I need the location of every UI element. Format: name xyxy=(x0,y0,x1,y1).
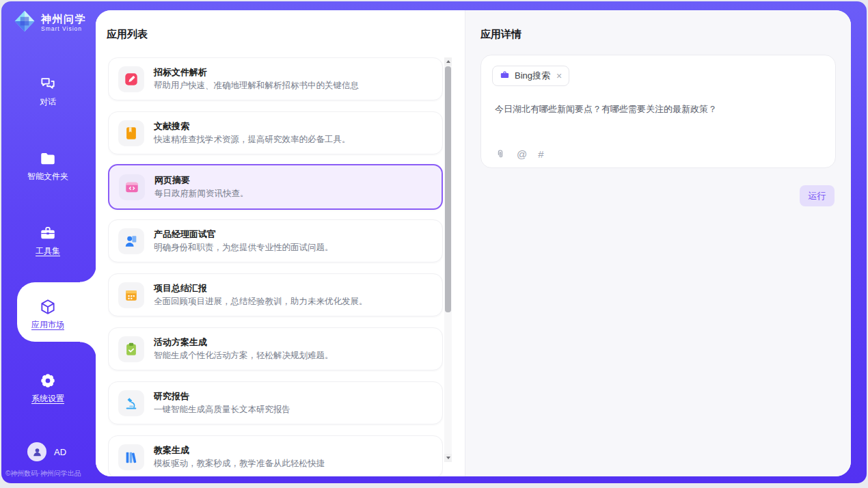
user-menu[interactable]: AD xyxy=(27,442,66,461)
user-name: AD xyxy=(54,447,66,457)
prompt-toolbar: @ # xyxy=(495,148,544,160)
folder-icon xyxy=(0,150,96,167)
calendar-icon xyxy=(118,282,144,308)
hash-icon[interactable]: # xyxy=(538,148,543,160)
active-tab-flare-bottom xyxy=(80,342,96,358)
content-panel: 应用列表 招标文件解析帮助用户快速、准确地理解和解析招标书中的关键信息文献搜索快… xyxy=(96,10,851,476)
app-card-title: 产品经理面试官 xyxy=(154,228,334,240)
scroll-down-button[interactable] xyxy=(444,454,452,462)
list-scrollbar[interactable] xyxy=(444,57,452,462)
app-card[interactable]: 研究报告一键智能生成高质量长文本研究报告 xyxy=(108,381,443,424)
app-card-title: 研究报告 xyxy=(154,390,290,402)
app-detail-panel: 应用详情 Bing搜索 × 今日湖北有哪些新闻要点？有哪些需要关注的最新政策？ … xyxy=(465,10,851,476)
clipboard-check-icon xyxy=(118,336,144,362)
sidebar-item-chat[interactable]: 对话 xyxy=(0,75,96,108)
active-tab-flare-top xyxy=(80,266,96,282)
sidebar-item-label: 工具集 xyxy=(0,245,96,257)
triangle-down-icon xyxy=(446,457,450,459)
mention-icon[interactable]: @ xyxy=(517,148,527,160)
toolbox-icon xyxy=(0,224,96,242)
app-detail-title: 应用详情 xyxy=(480,28,521,41)
app-card-text: 产品经理面试官明确身份和职责，为您提供专业性的面试问题。 xyxy=(154,228,334,254)
user-avatar-icon xyxy=(27,442,46,461)
brand-subtitle: Smart Vision xyxy=(41,25,86,32)
microscope-icon xyxy=(118,390,144,416)
prompt-text[interactable]: 今日湖北有哪些新闻要点？有哪些需要关注的最新政策？ xyxy=(495,103,822,116)
book-icon xyxy=(118,120,144,146)
app-card-text: 研究报告一键智能生成高质量长文本研究报告 xyxy=(154,390,290,416)
app-card-title: 文献搜索 xyxy=(154,120,351,132)
app-card-title: 教案生成 xyxy=(154,444,325,456)
run-button[interactable]: 运行 xyxy=(800,185,835,206)
app-card-text: 招标文件解析帮助用户快速、准确地理解和解析招标书中的关键信息 xyxy=(154,66,359,92)
app-card-desc: 快速精准查找学术资源，提高研究效率的必备工具。 xyxy=(154,134,351,146)
app-list-title: 应用列表 xyxy=(107,28,148,41)
app-card-text: 教案生成模板驱动，教案秒成，教学准备从此轻松快捷 xyxy=(154,444,325,470)
app-card[interactable]: 文献搜索快速精准查找学术资源，提高研究效率的必备工具。 xyxy=(108,111,443,154)
tool-chip-label: Bing搜索 xyxy=(515,70,550,82)
app-card-title: 招标文件解析 xyxy=(154,66,359,78)
chat-icon xyxy=(0,75,96,93)
app-card[interactable]: 项目总结汇报全面回顾项目进展，总结经验教训，助力未来优化发展。 xyxy=(108,273,443,316)
app-window: 应用列表 招标文件解析帮助用户快速、准确地理解和解析招标书中的关键信息文献搜索快… xyxy=(0,0,868,488)
app-card-desc: 一键智能生成高质量长文本研究报告 xyxy=(154,404,290,416)
app-card-title: 网页摘要 xyxy=(154,174,249,186)
triangle-up-icon xyxy=(446,60,450,63)
sidebar-item-smart-folder[interactable]: 智能文件夹 xyxy=(0,150,96,182)
app-card-desc: 模板驱动，教案秒成，教学准备从此轻松快捷 xyxy=(154,458,325,470)
sidebar-item-settings[interactable]: 系统设置 xyxy=(0,372,96,405)
app-card-desc: 帮助用户快速、准确地理解和解析招标书中的关键信息 xyxy=(154,80,359,92)
interviewer-icon xyxy=(118,228,144,254)
scroll-up-button[interactable] xyxy=(444,57,452,66)
app-card-desc: 每日政府新闻资讯快查。 xyxy=(154,188,249,200)
app-card-text: 活动方案生成智能生成个性化活动方案，轻松解决规划难题。 xyxy=(154,336,334,362)
sidebar-item-label: 应用市场 xyxy=(0,319,96,331)
tool-chip-bing-search[interactable]: Bing搜索 × xyxy=(492,66,569,86)
diamond-logo-icon xyxy=(12,9,37,36)
app-card[interactable]: 教案生成模板驱动，教案秒成，教学准备从此轻松快捷 xyxy=(108,435,443,476)
sidebar-item-app-market[interactable]: 应用市场 xyxy=(0,298,96,331)
web-code-icon xyxy=(119,174,145,200)
app-card[interactable]: 活动方案生成智能生成个性化活动方案，轻松解决规划难题。 xyxy=(108,327,443,370)
books-icon xyxy=(118,444,144,470)
sidebar-item-label: 对话 xyxy=(0,96,96,108)
app-card-desc: 全面回顾项目进展，总结经验教训，助力未来优化发展。 xyxy=(154,296,368,308)
brand-name: 神州问学 xyxy=(41,13,86,25)
copyright-footer: ©神州数码·神州问学出品 xyxy=(5,469,81,478)
app-card-desc: 智能生成个性化活动方案，轻松解决规划难题。 xyxy=(154,350,334,362)
app-list-panel: 应用列表 招标文件解析帮助用户快速、准确地理解和解析招标书中的关键信息文献搜索快… xyxy=(96,10,465,476)
sidebar-item-label: 系统设置 xyxy=(0,393,96,405)
sidebar: 神州问学 Smart Vision 对话 智能文件夹 工具集 xyxy=(0,0,96,488)
app-list: 招标文件解析帮助用户快速、准确地理解和解析招标书中的关键信息文献搜索快速精准查找… xyxy=(108,57,443,476)
brand-logo: 神州问学 Smart Vision xyxy=(12,9,86,36)
app-card-text: 文献搜索快速精准查找学术资源，提高研究效率的必备工具。 xyxy=(154,120,351,146)
sidebar-item-toolset[interactable]: 工具集 xyxy=(0,224,96,257)
briefcase-icon xyxy=(500,70,510,83)
sidebar-item-label: 智能文件夹 xyxy=(0,171,96,182)
app-card[interactable]: 网页摘要每日政府新闻资讯快查。 xyxy=(108,164,443,210)
app-card[interactable]: 招标文件解析帮助用户快速、准确地理解和解析招标书中的关键信息 xyxy=(108,57,443,100)
cube-icon xyxy=(0,298,96,316)
attachment-icon[interactable] xyxy=(495,149,506,160)
bid-edit-icon xyxy=(118,66,144,92)
prompt-input-card[interactable]: Bing搜索 × 今日湖北有哪些新闻要点？有哪些需要关注的最新政策？ @ # xyxy=(480,55,836,168)
app-card-title: 项目总结汇报 xyxy=(154,282,368,294)
app-card-desc: 明确身份和职责，为您提供专业性的面试问题。 xyxy=(154,242,334,254)
gear-icon xyxy=(0,372,96,390)
app-card[interactable]: 产品经理面试官明确身份和职责，为您提供专业性的面试问题。 xyxy=(108,219,443,262)
app-card-title: 活动方案生成 xyxy=(154,336,334,348)
app-card-text: 网页摘要每日政府新闻资讯快查。 xyxy=(154,174,249,200)
app-card-text: 项目总结汇报全面回顾项目进展，总结经验教训，助力未来优化发展。 xyxy=(154,282,368,308)
scrollbar-thumb[interactable] xyxy=(445,66,451,312)
chip-close-icon[interactable]: × xyxy=(556,71,562,81)
